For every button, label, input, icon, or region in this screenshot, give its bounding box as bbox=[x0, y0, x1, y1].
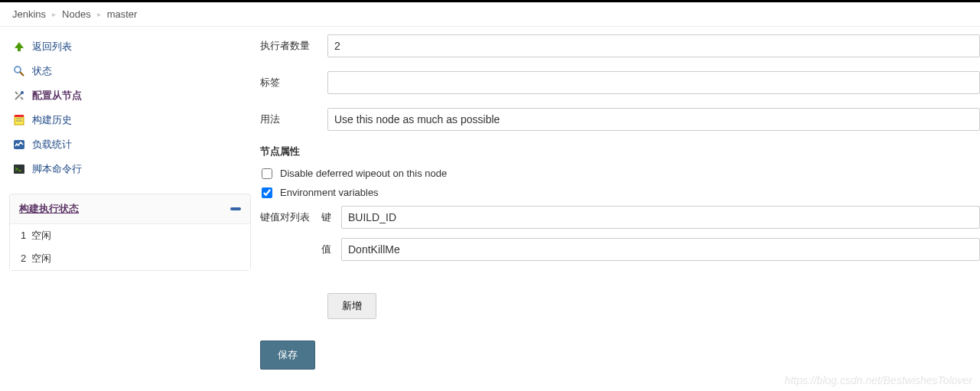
sidebar-item-label: 构建历史 bbox=[32, 113, 72, 127]
disable-wipeout-label: Disable deferred wipeout on this node bbox=[280, 168, 447, 179]
monitor-icon bbox=[12, 138, 26, 152]
svg-line-1 bbox=[20, 72, 24, 76]
breadcrumb-sep-icon: ▸ bbox=[52, 10, 56, 18]
sidebar-item-label: 配置从节点 bbox=[32, 89, 82, 103]
main-content: 执行者数量 标签 用法 Use this node as much as pos… bbox=[260, 27, 980, 385]
svg-point-0 bbox=[15, 67, 21, 73]
key-label: 键 bbox=[321, 210, 337, 224]
value-label: 值 bbox=[321, 243, 337, 256]
breadcrumb-nodes[interactable]: Nodes bbox=[62, 8, 91, 20]
executor-panel-title[interactable]: 构建执行状态 bbox=[19, 202, 79, 216]
executor-row: 1 空闲 bbox=[10, 224, 250, 247]
executor-count-label: 执行者数量 bbox=[260, 39, 321, 53]
env-value-input[interactable] bbox=[341, 238, 980, 261]
kv-list-label: 键值对列表 bbox=[260, 206, 321, 270]
tools-icon bbox=[12, 89, 26, 103]
watermark: https://blog.csdn.net/BestwishesTolover bbox=[785, 374, 972, 385]
executor-row: 2 空闲 bbox=[10, 247, 250, 270]
executor-panel: 构建执行状态 1 空闲 2 空闲 bbox=[9, 194, 251, 271]
svg-point-2 bbox=[21, 91, 24, 94]
sidebar-item-back[interactable]: 返回列表 bbox=[9, 34, 251, 59]
sidebar-item-status[interactable]: 状态 bbox=[9, 59, 251, 83]
sidebar-item-load[interactable]: 负载统计 bbox=[9, 132, 251, 157]
sidebar-item-label: 脚本命令行 bbox=[32, 162, 82, 176]
sidebar-item-configure[interactable]: 配置从节点 bbox=[9, 83, 251, 108]
breadcrumb: Jenkins ▸ Nodes ▸ master bbox=[0, 2, 980, 27]
usage-label: 用法 bbox=[260, 112, 321, 126]
disable-wipeout-checkbox[interactable] bbox=[262, 168, 272, 179]
sidebar-item-history[interactable]: 构建历史 bbox=[9, 108, 251, 132]
usage-select[interactable]: Use this node as much as possible bbox=[327, 108, 980, 131]
search-icon bbox=[12, 64, 26, 78]
notepad-icon bbox=[12, 113, 26, 127]
save-button[interactable]: 保存 bbox=[260, 340, 315, 370]
sidebar: 返回列表 状态 配置从节点 构建历史 bbox=[0, 27, 260, 385]
sidebar-item-label: 返回列表 bbox=[32, 40, 72, 54]
svg-rect-6 bbox=[15, 115, 24, 117]
executor-count-input[interactable] bbox=[327, 34, 980, 57]
labels-label: 标签 bbox=[260, 76, 321, 90]
collapse-icon[interactable] bbox=[230, 207, 241, 210]
breadcrumb-master[interactable]: master bbox=[107, 8, 138, 20]
breadcrumb-jenkins[interactable]: Jenkins bbox=[12, 8, 46, 20]
node-properties-title: 节点属性 bbox=[260, 145, 980, 158]
env-key-input[interactable] bbox=[341, 206, 980, 229]
executor-status: 空闲 bbox=[31, 253, 51, 264]
up-arrow-icon bbox=[12, 40, 26, 54]
sidebar-item-label: 状态 bbox=[32, 64, 52, 78]
add-button[interactable]: 新增 bbox=[327, 293, 376, 319]
env-vars-checkbox[interactable] bbox=[262, 187, 272, 198]
env-vars-label: Environment variables bbox=[280, 187, 379, 198]
svg-rect-8 bbox=[14, 165, 24, 174]
executor-num: 1 bbox=[21, 230, 26, 241]
labels-input[interactable] bbox=[327, 71, 980, 94]
terminal-icon bbox=[12, 162, 26, 176]
executor-num: 2 bbox=[21, 253, 26, 264]
executor-status: 空闲 bbox=[31, 230, 51, 241]
sidebar-item-label: 负载统计 bbox=[32, 138, 72, 152]
breadcrumb-sep-icon: ▸ bbox=[97, 10, 101, 18]
sidebar-item-script[interactable]: 脚本命令行 bbox=[9, 157, 251, 181]
